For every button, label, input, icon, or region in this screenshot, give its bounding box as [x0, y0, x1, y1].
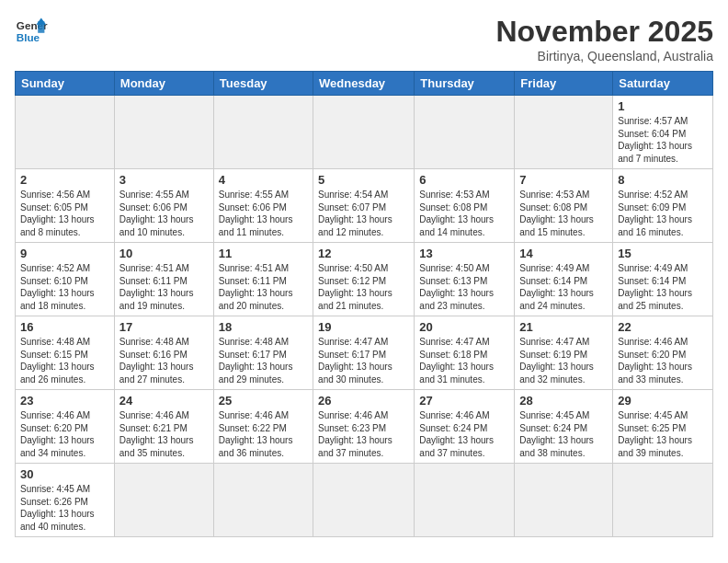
day-number: 14	[519, 247, 608, 260]
calendar-cell	[313, 464, 415, 537]
month-title: November 2025	[495, 15, 713, 49]
day-number: 24	[119, 394, 209, 408]
day-number: 10	[119, 247, 209, 260]
calendar-cell: 24Sunrise: 4:46 AM Sunset: 6:21 PM Dayli…	[114, 390, 213, 464]
calendar-cell	[515, 464, 613, 537]
calendar-cell: 26Sunrise: 4:46 AM Sunset: 6:23 PM Dayli…	[313, 390, 415, 464]
calendar-cell: 15Sunrise: 4:49 AM Sunset: 6:14 PM Dayli…	[613, 243, 713, 316]
calendar-cell	[213, 96, 313, 169]
day-info: Sunrise: 4:53 AM Sunset: 6:08 PM Dayligh…	[519, 189, 608, 238]
calendar-week-1: 1Sunrise: 4:57 AM Sunset: 6:04 PM Daylig…	[16, 96, 713, 169]
title-block: November 2025 Birtinya, Queensland, Aust…	[495, 15, 713, 63]
day-number: 8	[618, 173, 708, 187]
calendar-cell: 4Sunrise: 4:55 AM Sunset: 6:06 PM Daylig…	[213, 169, 313, 243]
calendar-cell: 14Sunrise: 4:49 AM Sunset: 6:14 PM Dayli…	[515, 243, 613, 316]
day-number: 12	[318, 247, 409, 260]
calendar-week-2: 2Sunrise: 4:56 AM Sunset: 6:05 PM Daylig…	[16, 169, 713, 243]
day-header-friday: Friday	[515, 72, 613, 96]
day-info: Sunrise: 4:45 AM Sunset: 6:24 PM Dayligh…	[519, 409, 608, 459]
day-number: 22	[618, 320, 708, 334]
calendar-cell: 19Sunrise: 4:47 AM Sunset: 6:17 PM Dayli…	[313, 316, 415, 390]
day-info: Sunrise: 4:46 AM Sunset: 6:20 PM Dayligh…	[618, 336, 708, 385]
day-info: Sunrise: 4:48 AM Sunset: 6:16 PM Dayligh…	[119, 336, 209, 385]
day-info: Sunrise: 4:49 AM Sunset: 6:14 PM Dayligh…	[618, 262, 708, 312]
day-number: 13	[419, 247, 509, 260]
day-info: Sunrise: 4:50 AM Sunset: 6:13 PM Dayligh…	[419, 262, 509, 312]
day-number: 9	[20, 247, 109, 260]
calendar-week-3: 9Sunrise: 4:52 AM Sunset: 6:10 PM Daylig…	[16, 243, 713, 316]
day-info: Sunrise: 4:46 AM Sunset: 6:23 PM Dayligh…	[318, 409, 409, 459]
calendar-cell: 17Sunrise: 4:48 AM Sunset: 6:16 PM Dayli…	[114, 316, 213, 390]
day-info: Sunrise: 4:50 AM Sunset: 6:12 PM Dayligh…	[318, 262, 409, 312]
calendar-cell: 25Sunrise: 4:46 AM Sunset: 6:22 PM Dayli…	[213, 390, 313, 464]
calendar-cell	[16, 96, 115, 169]
calendar-week-4: 16Sunrise: 4:48 AM Sunset: 6:15 PM Dayli…	[16, 316, 713, 390]
calendar-cell: 11Sunrise: 4:51 AM Sunset: 6:11 PM Dayli…	[213, 243, 313, 316]
calendar-cell: 5Sunrise: 4:54 AM Sunset: 6:07 PM Daylig…	[313, 169, 415, 243]
day-number: 2	[20, 173, 109, 187]
day-info: Sunrise: 4:46 AM Sunset: 6:20 PM Dayligh…	[20, 409, 109, 459]
calendar-week-6: 30Sunrise: 4:45 AM Sunset: 6:26 PM Dayli…	[16, 464, 713, 537]
day-number: 6	[419, 173, 509, 187]
day-info: Sunrise: 4:48 AM Sunset: 6:15 PM Dayligh…	[20, 336, 109, 385]
calendar-cell	[114, 464, 213, 537]
day-info: Sunrise: 4:51 AM Sunset: 6:11 PM Dayligh…	[119, 262, 209, 312]
calendar-cell	[613, 464, 713, 537]
calendar-cell: 18Sunrise: 4:48 AM Sunset: 6:17 PM Dayli…	[213, 316, 313, 390]
calendar-table: SundayMondayTuesdayWednesdayThursdayFrid…	[15, 71, 713, 537]
day-number: 30	[20, 467, 109, 481]
page-header: General Blue November 2025 Birtinya, Que…	[15, 15, 713, 63]
day-number: 15	[618, 247, 708, 260]
calendar-cell: 29Sunrise: 4:45 AM Sunset: 6:25 PM Dayli…	[613, 390, 713, 464]
day-info: Sunrise: 4:52 AM Sunset: 6:10 PM Dayligh…	[20, 262, 109, 312]
day-info: Sunrise: 4:45 AM Sunset: 6:26 PM Dayligh…	[20, 483, 109, 533]
calendar-cell: 30Sunrise: 4:45 AM Sunset: 6:26 PM Dayli…	[16, 464, 115, 537]
day-number: 23	[20, 394, 109, 408]
day-header-monday: Monday	[114, 72, 213, 96]
day-number: 3	[119, 173, 209, 187]
day-info: Sunrise: 4:53 AM Sunset: 6:08 PM Dayligh…	[419, 189, 509, 238]
day-info: Sunrise: 4:56 AM Sunset: 6:05 PM Dayligh…	[20, 189, 109, 238]
calendar-cell: 21Sunrise: 4:47 AM Sunset: 6:19 PM Dayli…	[515, 316, 613, 390]
day-number: 29	[618, 394, 708, 408]
day-number: 18	[219, 320, 308, 334]
calendar-cell	[415, 464, 515, 537]
day-info: Sunrise: 4:52 AM Sunset: 6:09 PM Dayligh…	[618, 189, 708, 238]
calendar-cell: 9Sunrise: 4:52 AM Sunset: 6:10 PM Daylig…	[16, 243, 115, 316]
calendar-cell: 2Sunrise: 4:56 AM Sunset: 6:05 PM Daylig…	[16, 169, 115, 243]
day-header-tuesday: Tuesday	[213, 72, 313, 96]
location: Birtinya, Queensland, Australia	[495, 49, 713, 63]
day-info: Sunrise: 4:54 AM Sunset: 6:07 PM Dayligh…	[318, 189, 409, 238]
calendar-cell: 28Sunrise: 4:45 AM Sunset: 6:24 PM Dayli…	[515, 390, 613, 464]
day-number: 16	[20, 320, 109, 334]
day-info: Sunrise: 4:48 AM Sunset: 6:17 PM Dayligh…	[219, 336, 308, 385]
calendar-cell: 1Sunrise: 4:57 AM Sunset: 6:04 PM Daylig…	[613, 96, 713, 169]
day-number: 28	[519, 394, 608, 408]
day-number: 27	[419, 394, 509, 408]
calendar-cell: 20Sunrise: 4:47 AM Sunset: 6:18 PM Dayli…	[415, 316, 515, 390]
day-info: Sunrise: 4:51 AM Sunset: 6:11 PM Dayligh…	[219, 262, 308, 312]
day-info: Sunrise: 4:46 AM Sunset: 6:22 PM Dayligh…	[219, 409, 308, 459]
calendar-header-row: SundayMondayTuesdayWednesdayThursdayFrid…	[16, 72, 713, 96]
svg-text:Blue: Blue	[17, 31, 40, 43]
calendar-cell: 7Sunrise: 4:53 AM Sunset: 6:08 PM Daylig…	[515, 169, 613, 243]
day-number: 17	[119, 320, 209, 334]
day-info: Sunrise: 4:55 AM Sunset: 6:06 PM Dayligh…	[219, 189, 308, 238]
calendar-cell: 13Sunrise: 4:50 AM Sunset: 6:13 PM Dayli…	[415, 243, 515, 316]
day-number: 1	[618, 99, 708, 113]
calendar-cell	[213, 464, 313, 537]
calendar-cell: 3Sunrise: 4:55 AM Sunset: 6:06 PM Daylig…	[114, 169, 213, 243]
day-header-sunday: Sunday	[16, 72, 115, 96]
calendar-cell	[415, 96, 515, 169]
day-number: 11	[219, 247, 308, 260]
calendar-cell	[515, 96, 613, 169]
day-number: 19	[318, 320, 409, 334]
calendar-cell: 22Sunrise: 4:46 AM Sunset: 6:20 PM Dayli…	[613, 316, 713, 390]
day-header-thursday: Thursday	[415, 72, 515, 96]
day-number: 5	[318, 173, 409, 187]
day-info: Sunrise: 4:47 AM Sunset: 6:19 PM Dayligh…	[519, 336, 608, 385]
calendar-cell: 6Sunrise: 4:53 AM Sunset: 6:08 PM Daylig…	[415, 169, 515, 243]
day-number: 21	[519, 320, 608, 334]
calendar-cell: 16Sunrise: 4:48 AM Sunset: 6:15 PM Dayli…	[16, 316, 115, 390]
day-number: 20	[419, 320, 509, 334]
